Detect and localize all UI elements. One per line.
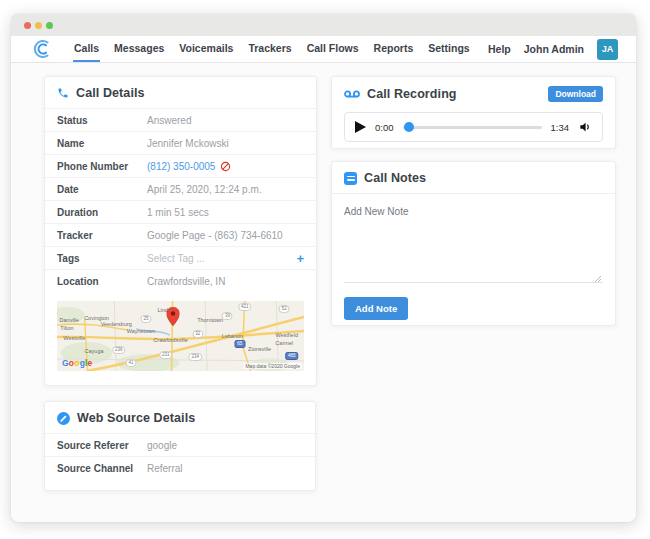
tab-call-flows-label: Call Flows: [307, 42, 359, 54]
web-source-panel: Web Source Details Source Referer google…: [44, 401, 316, 491]
seek-thumb[interactable]: [404, 122, 414, 132]
google-logo: Google: [62, 358, 93, 368]
tracker-value: Google Page - (863) 734-6610: [147, 230, 283, 241]
resize-handle-icon[interactable]: [594, 275, 602, 283]
pencil-circle-icon: [57, 412, 70, 425]
phone-icon: [57, 87, 69, 99]
window-zoom-button[interactable]: [46, 22, 53, 29]
route-shield: 65: [234, 340, 245, 348]
name-row: Name Jennifer Mckowski: [45, 131, 316, 154]
tab-voicemails[interactable]: Voicemails: [178, 36, 234, 62]
current-time: 0:00: [375, 122, 394, 133]
phone-number-label: Phone Number: [57, 161, 147, 172]
date-row: Date April 25, 2020, 12:24 p.m.: [45, 177, 316, 200]
logo-c-icon: [31, 38, 53, 60]
call-recording-header: Call Recording Download: [332, 77, 615, 110]
route-shield: 52: [279, 305, 290, 313]
date-value: April 25, 2020, 12:24 p.m.: [147, 184, 262, 195]
volume-button[interactable]: [578, 120, 592, 134]
tab-settings[interactable]: Settings: [427, 36, 470, 62]
map-town-label: Carmel: [275, 340, 293, 346]
call-notes-header: Call Notes: [332, 162, 615, 193]
map-town-label: Tilton: [60, 325, 73, 331]
tracker-label: Tracker: [57, 230, 147, 241]
location-label: Location: [57, 276, 147, 287]
tags-label: Tags: [57, 253, 147, 264]
add-tag-button[interactable]: +: [296, 252, 304, 265]
duration-value: 1 min 51 secs: [147, 207, 209, 218]
map-town-label: Lebanon: [222, 333, 243, 339]
tab-call-flows[interactable]: Call Flows: [306, 36, 360, 62]
tab-trackers[interactable]: Trackers: [247, 36, 292, 62]
tab-calls-label: Calls: [74, 42, 99, 54]
call-details-panel: Call Details Status Answered Name Jennif…: [44, 76, 317, 386]
tab-messages[interactable]: Messages: [113, 36, 165, 62]
location-map[interactable]: DanvilleTiltonWestvilleCovingtonVeedersb…: [57, 301, 304, 371]
tab-messages-label: Messages: [114, 42, 164, 54]
location-row: Location Crawfordsville, IN: [45, 269, 316, 292]
map-town-label: Zionsville: [248, 346, 271, 352]
route-shield: 25: [140, 315, 151, 323]
map-town-label: Cayuga: [85, 348, 104, 354]
tag-select[interactable]: Select Tag ...: [147, 253, 205, 264]
block-caller-icon[interactable]: [220, 161, 231, 172]
map-town-label: Danville: [60, 317, 80, 323]
map-town-label: Veedersburg: [101, 321, 132, 327]
window-close-button[interactable]: [24, 22, 31, 29]
source-referer-value: google: [147, 440, 177, 451]
tracker-row: Tracker Google Page - (863) 734-6610: [45, 223, 316, 246]
tags-row: Tags Select Tag ... +: [45, 246, 316, 269]
source-referer-label: Source Referer: [57, 440, 147, 451]
date-label: Date: [57, 184, 147, 195]
name-label: Name: [57, 138, 147, 149]
download-button[interactable]: Download: [548, 86, 603, 102]
source-channel-row: Source Channel Referral: [45, 456, 315, 479]
map-pin-icon: [167, 307, 180, 326]
window-minimize-button[interactable]: [35, 22, 42, 29]
location-value: Crawfordsville, IN: [147, 276, 225, 287]
help-link[interactable]: Help: [488, 43, 511, 55]
route-shield: 39: [222, 312, 233, 320]
tab-reports[interactable]: Reports: [373, 36, 415, 62]
audio-player: 0:00 1:34: [344, 112, 603, 142]
screenshot: Calls Messages Voicemails Trackers Call …: [0, 0, 650, 539]
note-textarea[interactable]: [344, 221, 603, 283]
map-town-label: Westville: [63, 335, 85, 341]
add-note-button[interactable]: Add Note: [344, 297, 408, 320]
avatar[interactable]: JA: [597, 39, 618, 60]
navbar-right: Help John Admin JA: [488, 36, 618, 62]
duration-label: Duration: [57, 207, 147, 218]
status-label: Status: [57, 115, 147, 126]
play-button[interactable]: [355, 121, 366, 133]
web-source-header: Web Source Details: [45, 402, 315, 433]
page-content: Call Details Status Answered Name Jennif…: [11, 63, 636, 521]
seek-bar[interactable]: [403, 126, 542, 129]
route-shield: 236: [112, 346, 126, 354]
route-shield: 41: [126, 359, 137, 367]
route-shield: 234: [189, 353, 203, 361]
route-shield: 421: [238, 303, 252, 311]
phone-number-link[interactable]: (812) 350-0005: [147, 161, 215, 172]
source-referer-row: Source Referer google: [45, 433, 315, 456]
call-details-title: Call Details: [76, 86, 145, 100]
voicemail-icon: [344, 89, 360, 99]
source-channel-label: Source Channel: [57, 463, 147, 474]
call-notes-panel: Call Notes Add New Note Add Note: [331, 161, 616, 326]
call-notes-title: Call Notes: [364, 171, 426, 185]
web-source-title: Web Source Details: [77, 411, 195, 425]
browser-window: Calls Messages Voicemails Trackers Call …: [11, 14, 636, 522]
tab-calls[interactable]: Calls: [73, 36, 100, 62]
duration-row: Duration 1 min 51 secs: [45, 200, 316, 223]
route-shield: 465: [285, 352, 299, 360]
tab-voicemails-label: Voicemails: [179, 42, 233, 54]
call-notes-body: Add New Note Add Note: [332, 194, 615, 320]
add-new-note-label: Add New Note: [344, 206, 603, 217]
name-value: Jennifer Mckowski: [147, 138, 229, 149]
app-logo[interactable]: [11, 36, 73, 62]
call-recording-panel: Call Recording Download 0:00 1:34: [331, 76, 616, 149]
duration-time: 1:34: [551, 122, 570, 133]
call-details-header: Call Details: [45, 77, 316, 108]
user-menu[interactable]: John Admin: [524, 43, 584, 55]
map-attribution: Map data ©2020 Google: [243, 363, 302, 369]
route-shield: 231: [159, 351, 173, 359]
